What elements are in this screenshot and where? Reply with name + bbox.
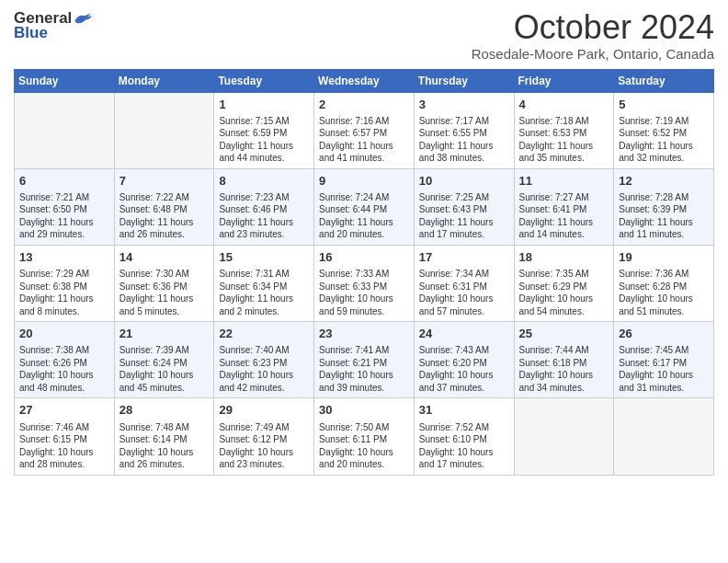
day-number: 9 xyxy=(319,173,409,190)
cell-details: Sunrise: 7:16 AMSunset: 6:57 PMDaylight:… xyxy=(319,115,409,165)
calendar-day-cell: 26Sunrise: 7:45 AMSunset: 6:17 PMDayligh… xyxy=(614,322,714,398)
cell-details: Sunrise: 7:24 AMSunset: 6:44 PMDaylight:… xyxy=(319,191,409,241)
day-number: 11 xyxy=(519,173,609,190)
calendar-day-cell: 31Sunrise: 7:52 AMSunset: 6:10 PMDayligh… xyxy=(414,398,514,475)
calendar-day-cell: 22Sunrise: 7:40 AMSunset: 6:23 PMDayligh… xyxy=(214,322,314,398)
calendar-day-cell: 2Sunrise: 7:16 AMSunset: 6:57 PMDaylight… xyxy=(314,92,415,168)
day-number: 12 xyxy=(619,173,709,190)
cell-details: Sunrise: 7:52 AMSunset: 6:10 PMDaylight:… xyxy=(419,421,509,471)
calendar-day-cell: 29Sunrise: 7:49 AMSunset: 6:12 PMDayligh… xyxy=(214,398,314,475)
calendar-day-cell: 16Sunrise: 7:33 AMSunset: 6:33 PMDayligh… xyxy=(314,245,415,321)
calendar-day-cell: 14Sunrise: 7:30 AMSunset: 6:36 PMDayligh… xyxy=(114,245,214,321)
cell-details: Sunrise: 7:46 AMSunset: 6:15 PMDaylight:… xyxy=(19,421,109,471)
calendar-day-header: Monday xyxy=(114,69,214,92)
day-number: 10 xyxy=(419,173,509,190)
day-number: 31 xyxy=(419,402,509,419)
cell-details: Sunrise: 7:22 AMSunset: 6:48 PMDaylight:… xyxy=(119,191,210,241)
calendar-day-cell: 18Sunrise: 7:35 AMSunset: 6:29 PMDayligh… xyxy=(514,245,614,321)
cell-details: Sunrise: 7:21 AMSunset: 6:50 PMDaylight:… xyxy=(19,191,109,241)
cell-details: Sunrise: 7:38 AMSunset: 6:26 PMDaylight:… xyxy=(19,344,109,394)
calendar-day-header: Saturday xyxy=(614,69,714,92)
day-number: 28 xyxy=(119,402,210,419)
day-number: 24 xyxy=(419,326,509,342)
day-number: 27 xyxy=(19,402,109,419)
cell-details: Sunrise: 7:17 AMSunset: 6:55 PMDaylight:… xyxy=(419,115,509,165)
calendar-day-cell: 8Sunrise: 7:23 AMSunset: 6:46 PMDaylight… xyxy=(214,168,314,245)
day-number: 15 xyxy=(219,249,309,266)
cell-details: Sunrise: 7:30 AMSunset: 6:36 PMDaylight:… xyxy=(119,268,210,317)
cell-details: Sunrise: 7:18 AMSunset: 6:53 PMDaylight:… xyxy=(519,115,609,165)
cell-details: Sunrise: 7:31 AMSunset: 6:34 PMDaylight:… xyxy=(219,268,309,317)
day-number: 5 xyxy=(619,97,709,113)
calendar-day-cell: 3Sunrise: 7:17 AMSunset: 6:55 PMDaylight… xyxy=(414,92,514,168)
calendar-day-cell xyxy=(514,398,614,475)
calendar-day-cell: 13Sunrise: 7:29 AMSunset: 6:38 PMDayligh… xyxy=(15,245,115,321)
calendar-day-cell: 15Sunrise: 7:31 AMSunset: 6:34 PMDayligh… xyxy=(214,245,314,321)
day-number: 17 xyxy=(419,249,509,266)
calendar-week-row: 27Sunrise: 7:46 AMSunset: 6:15 PMDayligh… xyxy=(15,398,714,475)
calendar-day-cell: 25Sunrise: 7:44 AMSunset: 6:18 PMDayligh… xyxy=(514,322,614,398)
calendar-table: SundayMondayTuesdayWednesdayThursdayFrid… xyxy=(14,69,714,476)
calendar-day-cell: 4Sunrise: 7:18 AMSunset: 6:53 PMDaylight… xyxy=(514,92,614,168)
calendar-day-cell: 19Sunrise: 7:36 AMSunset: 6:28 PMDayligh… xyxy=(614,245,714,321)
calendar-day-cell: 20Sunrise: 7:38 AMSunset: 6:26 PMDayligh… xyxy=(15,322,115,398)
calendar-day-cell: 5Sunrise: 7:19 AMSunset: 6:52 PMDaylight… xyxy=(614,92,714,168)
day-number: 4 xyxy=(519,97,609,113)
day-number: 26 xyxy=(619,326,709,342)
day-number: 16 xyxy=(319,249,409,266)
calendar-day-cell: 12Sunrise: 7:28 AMSunset: 6:39 PMDayligh… xyxy=(614,168,714,245)
calendar-day-cell: 11Sunrise: 7:27 AMSunset: 6:41 PMDayligh… xyxy=(514,168,614,245)
title-block: October 2024 Rosedale-Moore Park, Ontari… xyxy=(472,9,714,62)
calendar-day-cell: 28Sunrise: 7:48 AMSunset: 6:14 PMDayligh… xyxy=(114,398,214,475)
page-header: General Blue October 2024 Rosedale-Moore… xyxy=(14,9,714,62)
day-number: 3 xyxy=(419,97,509,113)
day-number: 29 xyxy=(219,402,309,419)
calendar-header-row: SundayMondayTuesdayWednesdayThursdayFrid… xyxy=(15,69,714,92)
calendar-week-row: 1Sunrise: 7:15 AMSunset: 6:59 PMDaylight… xyxy=(15,92,714,168)
calendar-day-header: Friday xyxy=(514,69,614,92)
month-title: October 2024 xyxy=(472,9,714,46)
calendar-day-cell: 6Sunrise: 7:21 AMSunset: 6:50 PMDaylight… xyxy=(15,168,115,245)
cell-details: Sunrise: 7:45 AMSunset: 6:17 PMDaylight:… xyxy=(619,344,709,394)
calendar-day-cell: 21Sunrise: 7:39 AMSunset: 6:24 PMDayligh… xyxy=(114,322,214,398)
cell-details: Sunrise: 7:34 AMSunset: 6:31 PMDaylight:… xyxy=(419,268,509,317)
day-number: 1 xyxy=(219,97,309,113)
calendar-day-cell xyxy=(614,398,714,475)
cell-details: Sunrise: 7:33 AMSunset: 6:33 PMDaylight:… xyxy=(319,268,409,317)
day-number: 30 xyxy=(319,402,409,419)
cell-details: Sunrise: 7:36 AMSunset: 6:28 PMDaylight:… xyxy=(619,268,709,317)
calendar-week-row: 6Sunrise: 7:21 AMSunset: 6:50 PMDaylight… xyxy=(15,168,714,245)
day-number: 18 xyxy=(519,249,609,266)
day-number: 22 xyxy=(219,326,309,342)
calendar-day-cell xyxy=(114,92,214,168)
location: Rosedale-Moore Park, Ontario, Canada xyxy=(472,46,714,62)
calendar-day-cell: 9Sunrise: 7:24 AMSunset: 6:44 PMDaylight… xyxy=(314,168,415,245)
cell-details: Sunrise: 7:25 AMSunset: 6:43 PMDaylight:… xyxy=(419,191,509,241)
calendar-day-cell: 7Sunrise: 7:22 AMSunset: 6:48 PMDaylight… xyxy=(114,168,214,245)
calendar-day-cell xyxy=(15,92,115,168)
cell-details: Sunrise: 7:41 AMSunset: 6:21 PMDaylight:… xyxy=(319,344,409,394)
day-number: 13 xyxy=(19,249,109,266)
calendar-week-row: 13Sunrise: 7:29 AMSunset: 6:38 PMDayligh… xyxy=(15,245,714,321)
calendar-week-row: 20Sunrise: 7:38 AMSunset: 6:26 PMDayligh… xyxy=(15,322,714,398)
calendar-day-cell: 1Sunrise: 7:15 AMSunset: 6:59 PMDaylight… xyxy=(214,92,314,168)
cell-details: Sunrise: 7:15 AMSunset: 6:59 PMDaylight:… xyxy=(219,115,309,165)
day-number: 20 xyxy=(19,326,109,342)
calendar-day-cell: 30Sunrise: 7:50 AMSunset: 6:11 PMDayligh… xyxy=(314,398,415,475)
logo-bird-icon xyxy=(74,10,92,27)
logo: General Blue xyxy=(14,9,92,42)
calendar-day-cell: 27Sunrise: 7:46 AMSunset: 6:15 PMDayligh… xyxy=(15,398,115,475)
calendar-day-cell: 17Sunrise: 7:34 AMSunset: 6:31 PMDayligh… xyxy=(414,245,514,321)
logo-blue: Blue xyxy=(14,24,48,42)
day-number: 25 xyxy=(519,326,609,342)
day-number: 6 xyxy=(19,173,109,190)
cell-details: Sunrise: 7:29 AMSunset: 6:38 PMDaylight:… xyxy=(19,268,109,317)
cell-details: Sunrise: 7:48 AMSunset: 6:14 PMDaylight:… xyxy=(119,421,210,471)
calendar-day-header: Tuesday xyxy=(214,69,314,92)
cell-details: Sunrise: 7:44 AMSunset: 6:18 PMDaylight:… xyxy=(519,344,609,394)
day-number: 19 xyxy=(619,249,709,266)
day-number: 8 xyxy=(219,173,309,190)
calendar-day-cell: 10Sunrise: 7:25 AMSunset: 6:43 PMDayligh… xyxy=(414,168,514,245)
day-number: 21 xyxy=(119,326,210,342)
cell-details: Sunrise: 7:39 AMSunset: 6:24 PMDaylight:… xyxy=(119,344,210,394)
